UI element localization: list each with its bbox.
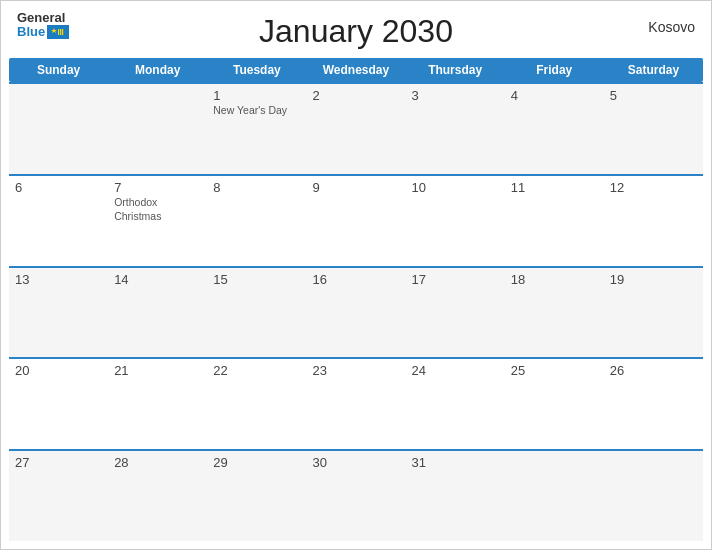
day-number: 13 [15, 272, 102, 287]
day-cell-19: 19 [604, 268, 703, 358]
day-number: 21 [114, 363, 201, 378]
day-cell-7: 7 Orthodox Christmas [108, 176, 207, 266]
day-cell-1: 1 New Year's Day [207, 84, 306, 174]
day-number: 22 [213, 363, 300, 378]
day-number: 29 [213, 455, 300, 470]
day-cell-25: 25 [505, 359, 604, 449]
day-cell-29: 29 [207, 451, 306, 541]
day-number: 9 [312, 180, 399, 195]
svg-rect-2 [58, 29, 59, 35]
day-cell-9: 9 [306, 176, 405, 266]
day-cell-31: 31 [406, 451, 505, 541]
week-row-1: 1 New Year's Day 2 3 4 5 [9, 82, 703, 174]
header-monday: Monday [108, 58, 207, 82]
header-saturday: Saturday [604, 58, 703, 82]
day-cell-5: 5 [604, 84, 703, 174]
day-number: 25 [511, 363, 598, 378]
calendar-title: January 2030 [259, 13, 453, 50]
day-number: 4 [511, 88, 598, 103]
week-row-3: 13 14 15 16 17 18 19 [9, 266, 703, 358]
week-row-5: 27 28 29 30 31 [9, 449, 703, 541]
day-number: 15 [213, 272, 300, 287]
day-number: 28 [114, 455, 201, 470]
day-cell-12: 12 [604, 176, 703, 266]
day-number: 27 [15, 455, 102, 470]
header-tuesday: Tuesday [207, 58, 306, 82]
day-cell-21: 21 [108, 359, 207, 449]
day-number: 19 [610, 272, 697, 287]
day-cell-28: 28 [108, 451, 207, 541]
day-number: 11 [511, 180, 598, 195]
day-cell-3: 3 [406, 84, 505, 174]
header-sunday: Sunday [9, 58, 108, 82]
day-cell-17: 17 [406, 268, 505, 358]
day-cell-13: 13 [9, 268, 108, 358]
weeks-container: 1 New Year's Day 2 3 4 5 6 [9, 82, 703, 541]
header-friday: Friday [505, 58, 604, 82]
week-row-4: 20 21 22 23 24 25 26 [9, 357, 703, 449]
day-cell-16: 16 [306, 268, 405, 358]
day-cell-10: 10 [406, 176, 505, 266]
logo-general-text: General [17, 11, 65, 25]
day-number: 16 [312, 272, 399, 287]
day-number: 2 [312, 88, 399, 103]
logo-blue-text: Blue [17, 25, 45, 39]
day-event: New Year's Day [213, 104, 287, 116]
day-number: 30 [312, 455, 399, 470]
country-name: Kosovo [648, 19, 695, 35]
day-number: 12 [610, 180, 697, 195]
day-number: 26 [610, 363, 697, 378]
day-number: 1 [213, 88, 300, 103]
day-cell-empty [9, 84, 108, 174]
day-number: 17 [412, 272, 499, 287]
day-cell-empty [108, 84, 207, 174]
day-number: 24 [412, 363, 499, 378]
day-number: 10 [412, 180, 499, 195]
day-headers-row: Sunday Monday Tuesday Wednesday Thursday… [9, 58, 703, 82]
day-cell-30: 30 [306, 451, 405, 541]
day-number: 5 [610, 88, 697, 103]
header-thursday: Thursday [406, 58, 505, 82]
day-cell-27: 27 [9, 451, 108, 541]
day-cell-6: 6 [9, 176, 108, 266]
day-cell-2: 2 [306, 84, 405, 174]
day-number: 3 [412, 88, 499, 103]
day-cell-8: 8 [207, 176, 306, 266]
day-cell-18: 18 [505, 268, 604, 358]
day-cell-23: 23 [306, 359, 405, 449]
day-number: 7 [114, 180, 201, 195]
day-cell-14: 14 [108, 268, 207, 358]
day-cell-26: 26 [604, 359, 703, 449]
calendar-header: General Blue January 2030 Kosovo [1, 1, 711, 58]
day-cell-22: 22 [207, 359, 306, 449]
header-wednesday: Wednesday [306, 58, 405, 82]
calendar-grid: Sunday Monday Tuesday Wednesday Thursday… [1, 58, 711, 549]
day-number: 14 [114, 272, 201, 287]
svg-rect-4 [62, 29, 63, 35]
logo-flag-icon [47, 25, 69, 39]
day-cell-11: 11 [505, 176, 604, 266]
day-number: 31 [412, 455, 499, 470]
logo: General Blue [17, 11, 69, 40]
day-cell-20: 20 [9, 359, 108, 449]
day-cell-24: 24 [406, 359, 505, 449]
week-row-2: 6 7 Orthodox Christmas 8 9 10 11 [9, 174, 703, 266]
day-cell-15: 15 [207, 268, 306, 358]
svg-rect-3 [60, 29, 61, 35]
day-event: Orthodox Christmas [114, 196, 161, 223]
day-number: 20 [15, 363, 102, 378]
day-cell-empty [604, 451, 703, 541]
day-number: 6 [15, 180, 102, 195]
day-cell-empty [505, 451, 604, 541]
day-number: 8 [213, 180, 300, 195]
calendar-container: General Blue January 2030 Kosovo Sunday … [0, 0, 712, 550]
day-number: 18 [511, 272, 598, 287]
day-number: 23 [312, 363, 399, 378]
day-cell-4: 4 [505, 84, 604, 174]
